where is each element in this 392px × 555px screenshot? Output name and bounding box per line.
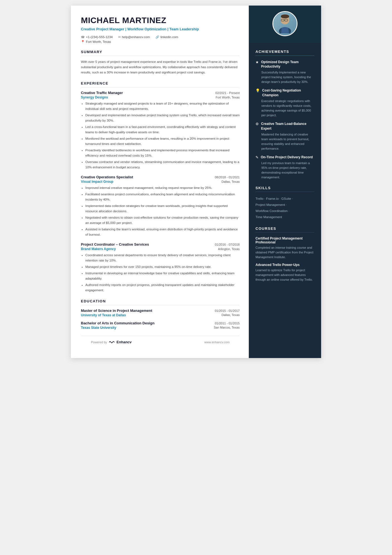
job-2-title: Creative Operations Specialist — [81, 175, 133, 179]
summary-section: SUMMARY With over 5 years of project man… — [81, 50, 240, 75]
job-1-title: Creative Traffic Manager — [81, 91, 123, 95]
bullet: Oversaw contractor and vendor relations,… — [85, 159, 240, 170]
bullet: Instrumental in developing an internal k… — [85, 271, 240, 281]
achievements-title: ACHIEVEMENTS — [255, 50, 314, 54]
edu-2-degree: Bachelor of Arts in Communication Design — [81, 321, 155, 325]
svg-point-4 — [281, 14, 289, 18]
job-3-company: Brand Makers Agency — [81, 247, 116, 251]
bullet: Monitored the workload and performance o… — [85, 136, 240, 147]
skills-title: SKILLS — [255, 186, 314, 190]
location-row: 📍 Fort Worth, Texas — [81, 40, 240, 44]
enhancv-logo-icon — [109, 340, 115, 344]
location-icon: 📍 — [81, 40, 85, 44]
linkedin-value: linkedin.com — [160, 35, 178, 39]
job-3: Project Coordinator – Creative Services … — [81, 242, 240, 293]
job-2-location: Dallas, Texas — [222, 180, 240, 183]
skills-line-1: Trello · Frame.io · GSuite · — [255, 196, 314, 202]
education-title: EDUCATION — [81, 299, 240, 303]
bullet: Coordinated across several departments t… — [85, 253, 240, 263]
avatar-image — [277, 14, 293, 33]
achievement-2-title: Cost-Saving Negotiation Champion — [262, 88, 314, 98]
achievement-2: 💡 Cost-Saving Negotiation Champion Execu… — [255, 88, 314, 118]
linkedin-icon: 🔗 — [155, 35, 159, 39]
skills-line-4: Time Management — [255, 214, 314, 220]
left-column: MICHAEL MARTINEZ Creative Project Manage… — [71, 6, 249, 358]
achievement-1-icon: ★ — [255, 60, 259, 64]
summary-text: With over 5 years of project management … — [81, 59, 240, 75]
course-2-title: Advanced Trello Power-Ups — [255, 263, 314, 267]
avatar-placeholder — [273, 12, 297, 35]
edu-1-school-row: University of Texas at Dallas Dallas, Te… — [81, 313, 240, 317]
edu-2-dates: 01/2011 - 01/2015 — [215, 322, 240, 325]
achievements-section: ACHIEVEMENTS ★ Optimized Design Team Pro… — [255, 50, 314, 180]
education-divider — [81, 305, 240, 305]
powered-by-label: Powered by — [91, 341, 107, 344]
edu-1-degree: Master of Science in Project Management — [81, 309, 152, 313]
achievement-3-desc: Mastered the balancing of creative team … — [255, 132, 314, 151]
skills-line-2: Project Management · — [255, 202, 314, 208]
linkedin-contact: 🔗 linkedin.com — [155, 35, 178, 39]
achievement-1-header: ★ Optimized Design Team Productivity — [255, 60, 314, 69]
avatar — [272, 11, 297, 36]
job-1-bullets: Strategically managed and assigned proje… — [81, 101, 240, 170]
course-2-desc: Learned to optimize Trello for project m… — [255, 268, 314, 282]
experience-section: EXPERIENCE Creative Traffic Manager 02/2… — [81, 81, 240, 293]
achievement-1: ★ Optimized Design Team Productivity Suc… — [255, 60, 314, 85]
job-1-dates: 02/2021 - Present — [215, 91, 240, 95]
job-1: Creative Traffic Manager 02/2021 - Prese… — [81, 91, 240, 170]
achievements-divider — [255, 55, 314, 56]
edu-1-school: University of Texas at Dallas — [81, 313, 126, 317]
courses-title: COURSES — [255, 226, 314, 231]
achievement-4-title: On-Time Project Delivery Record — [261, 155, 313, 160]
job-3-company-row: Brand Makers Agency Arlington, Texas — [81, 247, 240, 251]
achievement-3-header: ⚙ Creative Team Load-Balance Expert — [255, 122, 314, 131]
phone-icon: ☎ — [81, 35, 85, 39]
bullet: Led a cross-functional team in a fast-pa… — [85, 124, 240, 135]
course-1-desc: Completed an intense training course and… — [255, 245, 314, 260]
achievement-4-desc: Led my previous team to maintain a 95% o… — [255, 161, 314, 180]
job-1-company: Synergy Designs — [81, 95, 108, 99]
course-1: Certified Project Management Professiona… — [255, 236, 314, 260]
avatar-section — [249, 6, 321, 43]
location-value: Fort Worth, Texas — [86, 40, 111, 43]
right-content: ACHIEVEMENTS ★ Optimized Design Team Pro… — [249, 43, 321, 358]
edu-1: Master of Science in Project Management … — [81, 309, 240, 317]
bullet: Assisted in balancing the team's workloa… — [85, 227, 240, 237]
edu-1-dates: 01/2015 - 01/2017 — [215, 309, 240, 312]
resume-container: MICHAEL MARTINEZ Creative Project Manage… — [71, 6, 321, 358]
job-3-dates: 01/2016 - 07/2018 — [215, 243, 240, 246]
job-3-header: Project Coordinator – Creative Services … — [81, 242, 240, 246]
phone-contact: ☎ +1-(234)-555-1234 — [81, 35, 113, 39]
bullet: Strategically managed and assigned proje… — [85, 101, 240, 112]
achievement-1-title: Optimized Design Team Productivity — [261, 60, 314, 69]
summary-divider — [81, 56, 240, 56]
job-2-header: Creative Operations Specialist 08/2018 -… — [81, 175, 240, 179]
job-2-company-row: Visual Impact Group Dallas, Texas — [81, 180, 240, 184]
education-section: EDUCATION Master of Science in Project M… — [81, 299, 240, 330]
edu-2-school: Texas State University — [81, 326, 116, 330]
courses-divider — [255, 232, 314, 233]
bullet: Developed and implemented an innovative … — [85, 113, 240, 123]
achievement-3-title: Creative Team Load-Balance Expert — [261, 122, 314, 131]
footer-brand: Enhancv — [116, 340, 132, 344]
footer: Powered by Enhancv www.enhancv.com — [81, 336, 240, 348]
bullet: Proactively identified bottlenecks in wo… — [85, 148, 240, 158]
footer-website: www.enhancv.com — [204, 341, 230, 344]
right-column: ACHIEVEMENTS ★ Optimized Design Team Pro… — [249, 6, 321, 358]
skills-text: Trello · Frame.io · GSuite · Project Man… — [255, 196, 314, 220]
summary-title: SUMMARY — [81, 50, 240, 54]
courses-section: COURSES Certified Project Management Pro… — [255, 226, 314, 282]
candidate-name: MICHAEL MARTINEZ — [81, 16, 240, 25]
candidate-title: Creative Project Manager | Workflow Opti… — [81, 26, 240, 32]
edu-2-header: Bachelor of Arts in Communication Design… — [81, 321, 240, 325]
job-3-title: Project Coordinator – Creative Services — [81, 242, 149, 246]
job-1-header: Creative Traffic Manager 02/2021 - Prese… — [81, 91, 240, 95]
job-2-bullets: Improved internal creative request manag… — [81, 185, 240, 237]
skills-line-3: Workflow Coordination · — [255, 208, 314, 214]
job-3-location: Arlington, Texas — [218, 247, 240, 251]
job-2-company: Visual Impact Group — [81, 180, 113, 184]
achievement-2-header: 💡 Cost-Saving Negotiation Champion — [255, 88, 314, 98]
edu-1-location: Dallas, Texas — [222, 313, 240, 317]
email-value: help@enhancv.com — [122, 35, 150, 39]
experience-divider — [81, 87, 240, 88]
